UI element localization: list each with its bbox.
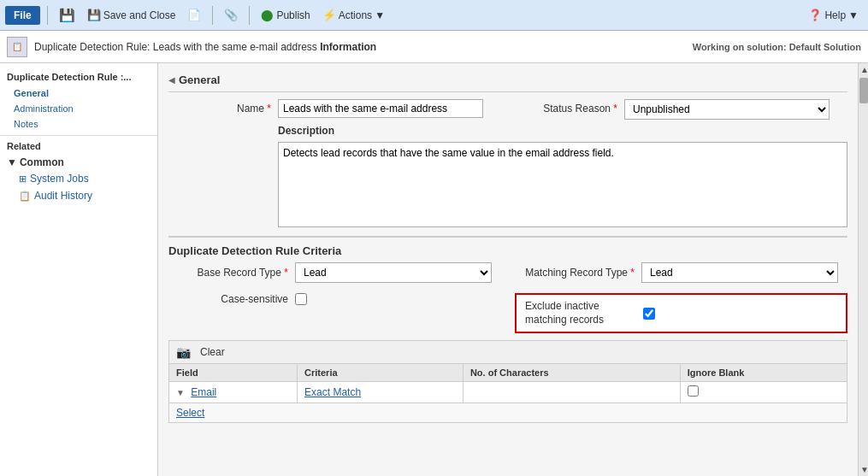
publish-icon: ⬤ bbox=[261, 9, 274, 21]
attach-icon: 📎 bbox=[224, 9, 238, 21]
col-field: Field bbox=[169, 364, 298, 382]
base-record-type-select[interactable]: Lead bbox=[295, 262, 492, 283]
description-label: Description bbox=[168, 125, 334, 137]
save-button[interactable]: 💾 bbox=[55, 6, 80, 25]
audit-history-icon: 📋 bbox=[19, 191, 31, 202]
scrollbar[interactable]: ▲ ▼ bbox=[858, 63, 868, 476]
status-form-row: Status Reason * Unpublished Published bbox=[515, 99, 847, 120]
field-email-link[interactable]: Email bbox=[191, 386, 216, 398]
case-sensitive-row: Case-sensitive bbox=[168, 293, 501, 305]
save-icon: 💾 bbox=[59, 8, 75, 23]
content-inner: ◀ General Name * Status Reason bbox=[158, 63, 858, 430]
toolbar: File 💾 💾 Save and Close 📄 📎 ⬤ Publish ⚡ … bbox=[0, 0, 868, 31]
header-bar: 📋 Duplicate Detection Rule: Leads with t… bbox=[0, 31, 868, 63]
main-layout: Duplicate Detection Rule :... General Ad… bbox=[0, 63, 868, 476]
row-expand-icon[interactable]: ▼ bbox=[176, 388, 185, 397]
criteria-section-header: Duplicate Detection Rule Criteria bbox=[168, 236, 847, 257]
sidebar-title: Duplicate Detection Rule :... bbox=[0, 68, 157, 85]
scrollbar-thumb[interactable] bbox=[859, 78, 868, 103]
actions-button[interactable]: ⚡ Actions ▼ bbox=[318, 7, 389, 23]
exclude-inactive-label: Exclude inactive matching records bbox=[525, 300, 636, 326]
sidebar-related-label: Related bbox=[0, 135, 157, 153]
header-text: Duplicate Detection Rule: Leads with the… bbox=[34, 41, 376, 53]
matching-record-type-row: Matching Record Type * Lead bbox=[515, 262, 847, 283]
sidebar-item-system-jobs[interactable]: ⊞ System Jobs bbox=[0, 170, 157, 187]
base-record-type-label: Base Record Type * bbox=[168, 267, 288, 279]
clear-button[interactable]: Clear bbox=[196, 344, 229, 360]
sidebar-item-general[interactable]: General bbox=[0, 85, 157, 101]
name-status-row: Name * Status Reason * Unpublished Publi… bbox=[168, 99, 847, 125]
sidebar-item-audit-history[interactable]: 📋 Audit History bbox=[0, 187, 157, 204]
actions-icon: ⚡ bbox=[322, 9, 336, 21]
ignore-blank-checkbox[interactable] bbox=[688, 385, 699, 397]
name-form-row: Name * bbox=[168, 99, 501, 118]
select-row: Select bbox=[169, 403, 847, 423]
col-ignore-blank: Ignore Blank bbox=[680, 364, 847, 382]
sidebar-common-section: ▼ Common bbox=[0, 153, 157, 170]
exclude-inactive-box: Exclude inactive matching records bbox=[515, 293, 847, 333]
base-record-type-row: Base Record Type * Lead bbox=[168, 262, 501, 283]
description-textarea[interactable]: Detects lead records that have the same … bbox=[278, 142, 847, 227]
row-no-of-chars-cell bbox=[463, 382, 680, 403]
status-required: * bbox=[613, 103, 617, 115]
sidebar-item-notes[interactable]: Notes bbox=[0, 116, 157, 132]
status-reason-select[interactable]: Unpublished Published bbox=[624, 99, 830, 120]
toolbar-separator-1 bbox=[47, 6, 48, 25]
actions-chevron-icon: ▼ bbox=[375, 9, 385, 21]
save-close-icon: 💾 bbox=[87, 9, 101, 21]
matching-record-type-select[interactable]: Lead bbox=[641, 262, 838, 283]
name-label: Name * bbox=[168, 99, 271, 115]
criteria-table: Field Criteria No. of Characters Ignore … bbox=[168, 363, 847, 423]
table-row: ▼ Email Exact Match bbox=[169, 382, 847, 403]
toolbar-separator-2 bbox=[212, 6, 213, 25]
publish-button[interactable]: ⬤ Publish bbox=[257, 7, 314, 23]
help-chevron-icon: ▼ bbox=[848, 9, 859, 21]
select-link[interactable]: Select bbox=[176, 407, 204, 419]
clear-icon: 📷 bbox=[176, 345, 191, 359]
name-col: Name * bbox=[168, 99, 501, 123]
name-input[interactable] bbox=[278, 99, 483, 118]
select-cell: Select bbox=[169, 403, 847, 423]
case-sensitive-col: Case-sensitive bbox=[168, 293, 501, 310]
header-title: Information bbox=[320, 41, 376, 53]
criteria-exact-match-link[interactable]: Exact Match bbox=[304, 386, 361, 398]
sidebar: Duplicate Detection Rule :... General Ad… bbox=[0, 63, 158, 476]
base-record-col: Base Record Type * Lead bbox=[168, 262, 501, 288]
row-ignore-blank-cell bbox=[680, 382, 847, 403]
help-icon: ❓ bbox=[808, 9, 822, 21]
working-on-label: Working on solution: Default Solution bbox=[693, 42, 861, 52]
case-exclude-row: Case-sensitive Exclude inactive matching… bbox=[168, 293, 847, 333]
attach-button[interactable]: 📎 bbox=[220, 7, 242, 23]
sidebar-item-administration[interactable]: Administration bbox=[0, 101, 157, 116]
description-section: Description Detects lead records that ha… bbox=[168, 125, 847, 227]
help-button[interactable]: ❓ Help ▼ bbox=[804, 7, 863, 23]
toolbar-separator-3 bbox=[249, 6, 250, 25]
scrollbar-up-arrow[interactable]: ▲ bbox=[859, 63, 868, 76]
save-and-close-button[interactable]: 💾 Save and Close bbox=[83, 7, 180, 23]
row-field-cell: ▼ Email bbox=[169, 382, 298, 403]
system-jobs-icon: ⊞ bbox=[19, 173, 27, 185]
col-no-of-chars: No. of Characters bbox=[463, 364, 680, 382]
matching-record-type-label: Matching Record Type * bbox=[515, 267, 635, 279]
criteria-table-body: ▼ Email Exact Match Select bbox=[169, 382, 847, 423]
col-criteria: Criteria bbox=[298, 364, 464, 382]
section-collapse-icon[interactable]: ◀ bbox=[168, 75, 175, 85]
copy-icon: 📄 bbox=[187, 9, 201, 21]
case-sensitive-label: Case-sensitive bbox=[168, 293, 288, 305]
case-sensitive-checkbox[interactable] bbox=[295, 293, 307, 305]
content-area: ◀ General Name * Status Reason bbox=[158, 63, 858, 476]
name-required: * bbox=[267, 103, 271, 115]
exclude-inactive-col: Exclude inactive matching records bbox=[501, 293, 847, 333]
general-section-title: General bbox=[179, 73, 220, 86]
row-criteria-cell: Exact Match bbox=[298, 382, 464, 403]
matching-record-col: Matching Record Type * Lead bbox=[501, 262, 847, 288]
scrollbar-down-arrow[interactable]: ▼ bbox=[859, 463, 868, 476]
criteria-table-header: Field Criteria No. of Characters Ignore … bbox=[169, 364, 847, 382]
exclude-inactive-checkbox[interactable] bbox=[643, 308, 655, 320]
header-left: 📋 Duplicate Detection Rule: Leads with t… bbox=[7, 37, 376, 57]
file-button[interactable]: File bbox=[5, 6, 40, 25]
general-section-header: ◀ General bbox=[168, 70, 847, 92]
criteria-table-header-row: Field Criteria No. of Characters Ignore … bbox=[169, 364, 847, 382]
common-chevron-icon: ▼ bbox=[7, 156, 17, 168]
copy-button[interactable]: 📄 bbox=[183, 7, 205, 23]
